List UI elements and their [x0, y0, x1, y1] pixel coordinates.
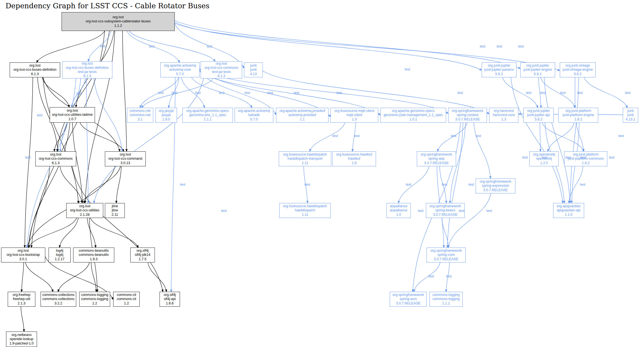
node-version: 2.1.28 — [80, 213, 90, 217]
dependency-node-junit4131: junitjunit4.13.1 — [623, 108, 638, 123]
node-version: 5.7.0 — [250, 117, 258, 122]
node-version: 1.7.5 — [139, 257, 147, 261]
node-version: 6.1.3 — [218, 74, 225, 78]
node-artifact-id: hawtbuf — [348, 157, 360, 161]
node-version: 1.6.6 — [166, 301, 174, 306]
node-version: 3.0.7.RELEASE — [424, 161, 449, 165]
node-artifact-id: org-lsst-ccs-buses-definition — [66, 66, 109, 70]
node-group-id: jline — [112, 204, 118, 208]
dependency-node-hawtdispatch: org.fusesource.hawtdispatchhawtdispatch1… — [279, 203, 331, 218]
node-artifact-id: commons-beanutils — [79, 253, 108, 257]
node-group-id: org.lsst — [67, 109, 78, 113]
node-version: 1.9 — [352, 161, 356, 165]
node-version: 1.0.7 — [68, 117, 76, 121]
node-group-id: org.junit.vintage — [566, 64, 590, 68]
dependency-node-hamcrest: org.hamcresthamcrest-core1.3 — [489, 108, 518, 123]
node-artifact-id: org-lsst-ccs-utilities-taitime — [52, 113, 92, 117]
node-version: 4.13.1 — [626, 117, 635, 122]
dependency-node-root: org.lsstorg-lsst-ccs-subsystem-cablerota… — [62, 12, 175, 31]
node-version: 3.0.13 — [121, 161, 130, 165]
node-version: 6.1.3 — [52, 161, 60, 165]
node-version: 3.0.7.RELEASE — [455, 117, 480, 122]
node-version: 5.6.2 — [574, 72, 582, 76]
node-artifact-id: jline — [112, 208, 118, 212]
node-version: 1.0 — [396, 213, 401, 217]
node-artifact-id: org-lsst-ccs-commons — [39, 157, 73, 161]
node-version: 1.1.1 — [442, 301, 450, 306]
dependency-node-log4j: log4jlog4j1.2.17 — [49, 248, 71, 262]
node-artifact-id: test-jar:tests — [212, 70, 231, 74]
node-version: 1.1.0 — [565, 213, 573, 217]
node-artifact-id: geronimo-j2ee-management_1.1_spec — [384, 113, 443, 117]
dependency-node-hawtbuf: org.fusesource.hawtbufhawtbuf1.9 — [332, 151, 376, 166]
dependency-node-spring-aop: org.springframeworkspring-aop3.0.7.RELEA… — [417, 151, 456, 166]
dependency-node-mqtt: org.fusesource.mqtt-clientmqtt-client1.3 — [330, 108, 378, 123]
node-group-id: org.junit.platform — [573, 153, 598, 157]
node-version: 1.1 — [300, 117, 304, 122]
node-version: 1.1.2 — [114, 24, 122, 28]
node-version: 1.2.0 — [540, 161, 548, 165]
dependency-node-bootstrap: org.lsstorg-lsst-ccs-bootstrap3.0.1 — [1, 248, 45, 262]
node-version: 1.11 — [302, 213, 308, 217]
node-version: 6.1.3 — [31, 72, 39, 76]
node-version: 5.6.2 — [535, 117, 542, 122]
dependency-node-spring-beans: org.springframeworkspring-beans3.0.7.REL… — [426, 203, 465, 218]
node-group-id: org.lsst — [120, 153, 131, 157]
node-artifact-id: aopalliance — [390, 208, 407, 212]
node-group-id: junit — [627, 109, 634, 113]
node-version: 1.1.1 — [204, 117, 212, 122]
node-version: 6.1.3 — [83, 74, 91, 78]
node-group-id: org.lsst — [113, 15, 124, 19]
dependency-node-platform-commons: org.junit.platformjunit-platform-commons… — [564, 151, 607, 166]
node-version: 3.0.7.RELEASE — [483, 188, 508, 192]
node-artifact-id: activemq-core — [169, 68, 191, 72]
node-group-id: org.springframework — [430, 249, 462, 253]
dependency-node-jline: jlinejline2.11 — [105, 203, 125, 218]
node-version: 1.3 — [352, 117, 357, 122]
node-group-id: junit — [250, 64, 257, 68]
dependency-node-commons-net: commons-netcommons-net3.1 — [127, 108, 153, 123]
dependency-node-ccs-command: org.lsstorg-lsst-ccs-command3.0.13 — [105, 151, 146, 166]
node-version: 4.13 — [250, 72, 257, 76]
node-artifact-id: org-lsst-ccs-subsystem-cablerotator-buse… — [86, 19, 151, 23]
node-artifact-id: commons-logging — [433, 297, 460, 301]
node-version: 2.11 — [112, 213, 118, 217]
node-group-id: commons-logging — [81, 293, 108, 297]
node-artifact-id: geronimo-jms_1.1_spec — [189, 113, 226, 117]
node-group-id: org.lsst — [82, 62, 93, 66]
node-artifact-id: log4j — [56, 253, 63, 257]
dependency-node-slf4j-api: org.slf4jslf4j-api1.6.6 — [160, 292, 180, 307]
node-group-id: org.apiguardian — [557, 204, 581, 208]
node-artifact-id: spring-core — [438, 253, 455, 257]
node-group-id: org.springframework — [393, 293, 424, 297]
dependency-node-opentest4j: org.opentest4jopentest4j1.2.0 — [529, 151, 559, 166]
node-artifact-id: kahadb — [248, 113, 259, 117]
node-artifact-id: junit-vintage-engine — [563, 68, 593, 72]
dependency-node-beanutils: commons-beanutilscommons-beanutils1.9.3 — [73, 248, 114, 262]
dependency-node-slf4j-jdk14: org.slf4jslf4j-jdk141.7.5 — [130, 248, 155, 262]
node-version: 5.7.0 — [176, 72, 184, 76]
node-group-id: org.springframework — [421, 153, 452, 157]
node-artifact-id: jasypt — [162, 113, 171, 117]
node-version: 3.0.7.RELEASE — [396, 301, 421, 306]
dependency-node-junit413: junitjunit4.13 — [244, 62, 263, 77]
node-group-id: org.lsst — [29, 64, 40, 68]
dependency-node-buses-def-tests: org.lsstorg-lsst-ccs-buses-definitiontes… — [62, 61, 112, 78]
node-group-id: org.fusesource.hawtdispatch — [283, 204, 327, 208]
dependency-node-jupiter-params: org.junit.jupiterjunit-jupiter-params5.6… — [482, 62, 516, 77]
node-artifact-id: opentest4j — [536, 157, 552, 161]
node-group-id: org.lsst — [50, 153, 61, 157]
dependency-node-vintage-engine: org.junit.vintagejunit-vintage-engine5.6… — [560, 62, 596, 77]
node-group-id: org.junit.platform — [565, 109, 591, 113]
node-group-id: org.lsst — [18, 249, 29, 253]
dependency-node-protobuf: org.apache.activemq.protobufactivemq-pro… — [276, 108, 328, 123]
node-artifact-id: test-jar:tests — [78, 70, 97, 74]
dependency-node-ccs-utilities: org.lsstorg-lsst-ccs-utilities2.1.28 — [66, 203, 103, 218]
dependency-node-geronimo-jms: org.apache.geronimo.specsgeronimo-jms_1.… — [182, 108, 233, 123]
node-group-id: org.lsst — [79, 204, 90, 208]
node-artifact-id: junit-platform-engine — [563, 113, 594, 117]
node-version: 3.1 — [138, 117, 142, 122]
dependency-node-ccs-commons-tests: org.lsstorg-lsst-ccs-commonstest-jar:tes… — [201, 61, 242, 78]
node-artifact-id: org-lsst-ccs-utilities — [70, 208, 99, 212]
node-group-id: org.freehep — [13, 293, 30, 297]
